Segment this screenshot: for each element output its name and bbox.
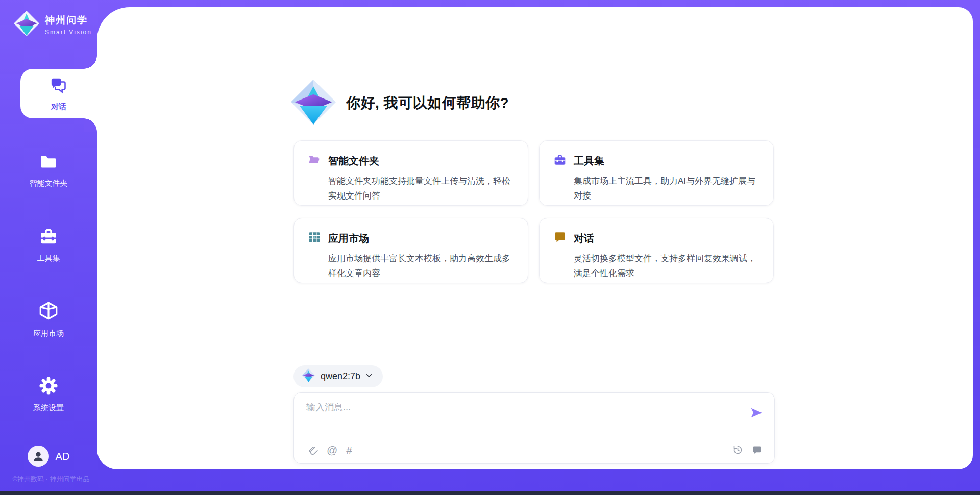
cube-icon [38, 300, 59, 324]
toolbox-icon [553, 153, 567, 168]
model-name: qwen2:7b [321, 371, 360, 382]
attach-file-icon[interactable] [307, 444, 318, 455]
card-toolset[interactable]: 工具集 集成市场上主流工具，助力AI与外界无缝扩展与对接 [539, 140, 774, 206]
chevron-down-icon [365, 372, 373, 381]
app-logo: 神州问学 Smart Vision [13, 10, 92, 39]
history-icon[interactable] [732, 444, 743, 455]
feature-cards: 智能文件夹 智能文件夹功能支持批量文件上传与清洗，轻松实现文件问答 工具集 集成… [293, 140, 774, 283]
avatar [28, 445, 49, 467]
sidebar-item-label: 智能文件夹 [30, 179, 68, 188]
chat-bubble-icon [553, 231, 567, 246]
sidebar-item-label: 工具集 [37, 254, 60, 263]
card-app-market[interactable]: 应用市场 应用市场提供丰富长文本模板，助力高效生成多样化文章内容 [293, 218, 528, 283]
sidebar: 神州问学 Smart Vision 对话 智能文件夹 [0, 0, 97, 495]
window-bottom-edge [0, 491, 980, 495]
message-composer: @ # [293, 392, 775, 464]
send-icon[interactable] [750, 406, 763, 419]
card-description: 灵活切换多模型文件，支持多样回复效果调试，满足个性化需求 [574, 251, 759, 281]
card-title: 应用市场 [328, 232, 369, 245]
folder-icon [38, 151, 59, 174]
card-description: 集成市场上主流工具，助力AI与外界无缝扩展与对接 [574, 174, 759, 203]
assistant-diamond-icon [290, 79, 337, 128]
card-chat[interactable]: 对话 灵活切换多模型文件，支持多样回复效果调试，满足个性化需求 [539, 218, 774, 283]
active-tab-notch-bottom [84, 118, 97, 132]
sidebar-item-chat[interactable]: 对话 [20, 69, 97, 118]
toolbox-icon [38, 226, 59, 249]
greeting: 你好, 我可以如何帮助你? [290, 79, 509, 128]
card-title: 智能文件夹 [328, 154, 379, 168]
card-title: 对话 [574, 232, 594, 245]
model-diamond-icon [302, 368, 315, 384]
user-account[interactable]: AD [0, 445, 97, 467]
main-content-panel: 你好, 我可以如何帮助你? 智能文件夹 智能文件夹功能支持批量文件上传与清洗，轻… [97, 7, 973, 469]
sidebar-item-label: 对话 [51, 102, 66, 112]
gear-icon [38, 376, 59, 398]
active-tab-notch-top [84, 56, 97, 69]
brand-diamond-icon [13, 10, 40, 39]
brand-subtitle: Smart Vision [45, 29, 92, 36]
folder-open-icon [308, 153, 321, 168]
sidebar-item-label: 应用市场 [33, 329, 64, 338]
brand-name: 神州问学 [45, 14, 92, 27]
sidebar-item-app-market[interactable]: 应用市场 [0, 300, 97, 338]
composer-divider [304, 433, 764, 433]
sidebar-item-toolset[interactable]: 工具集 [0, 226, 97, 263]
hashtag-icon[interactable]: # [346, 445, 352, 455]
chat-bubbles-icon [48, 76, 69, 98]
sidebar-item-settings[interactable]: 系统设置 [0, 376, 97, 413]
app-grid-icon [308, 231, 321, 246]
model-selector[interactable]: qwen2:7b [293, 365, 383, 387]
card-title: 工具集 [574, 154, 604, 168]
card-description: 应用市场提供丰富长文本模板，助力高效生成多样化文章内容 [328, 251, 513, 281]
new-chat-icon[interactable] [752, 445, 762, 455]
sidebar-item-label: 系统设置 [33, 403, 64, 413]
sidebar-item-smart-folder[interactable]: 智能文件夹 [0, 151, 97, 188]
greeting-title: 你好, 我可以如何帮助你? [346, 93, 509, 113]
card-description: 智能文件夹功能支持批量文件上传与清洗，轻松实现文件问答 [328, 174, 513, 203]
message-input[interactable] [306, 401, 742, 428]
card-smart-folder[interactable]: 智能文件夹 智能文件夹功能支持批量文件上传与清洗，轻松实现文件问答 [293, 140, 528, 206]
copyright-text: ©神州数码 · 神州问学出品 [0, 475, 102, 484]
user-initials: AD [56, 451, 70, 462]
mention-icon[interactable]: @ [327, 445, 337, 455]
